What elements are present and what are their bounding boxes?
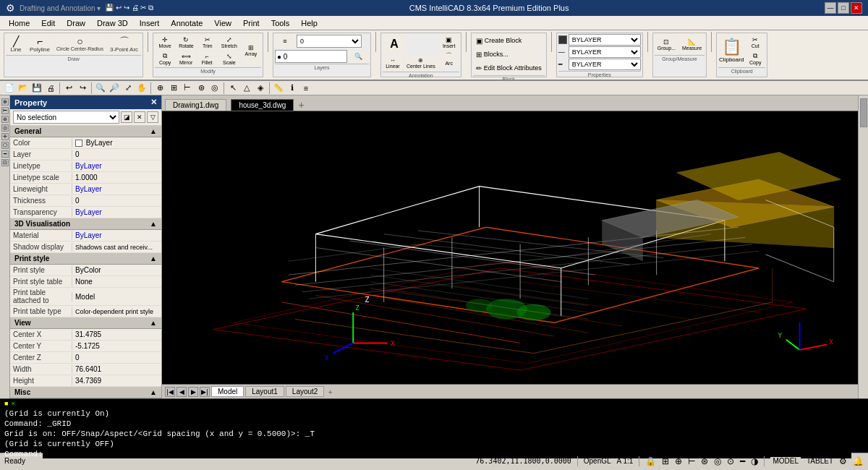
tab-drawing1[interactable]: Drawing1.dwg xyxy=(165,99,226,111)
polyline-button[interactable]: ⌐ Polyline xyxy=(27,34,53,54)
tb-polar[interactable]: ⊛ xyxy=(195,82,208,95)
measure-button[interactable]: 📐 Measure xyxy=(679,34,705,54)
layer-prop-value[interactable]: 0 xyxy=(72,150,161,159)
scale-label[interactable]: A 1:1 xyxy=(617,457,634,465)
tb-zoom-in[interactable]: 🔍 xyxy=(94,82,107,95)
tb-measure2[interactable]: 📏 xyxy=(272,82,285,95)
transparency-value[interactable]: ByLayer xyxy=(72,208,161,217)
cy-value[interactable]: -5.1725 xyxy=(72,341,161,351)
menu-draw[interactable]: Draw xyxy=(61,17,91,29)
color-selector[interactable]: BYLAYER xyxy=(569,34,641,46)
layer-selector[interactable]: 0 xyxy=(297,35,362,48)
tab-house3d[interactable]: house_3d.dwg xyxy=(231,99,294,111)
qp-button[interactable]: ⊡ xyxy=(1,159,9,166)
print-section-header[interactable]: Print style ▲ xyxy=(10,253,161,265)
opengl-label[interactable]: OpenGL xyxy=(584,457,611,465)
move-button[interactable]: ✛ Move xyxy=(155,34,175,50)
nav-first[interactable]: |◀ xyxy=(165,387,175,397)
tb-3d[interactable]: △ xyxy=(240,82,253,95)
general-section-header[interactable]: General ▲ xyxy=(10,126,161,137)
tab-model[interactable]: Model xyxy=(211,386,244,397)
misc-section-header[interactable]: Misc ▲ xyxy=(10,387,161,398)
dyn-button[interactable]: ⬡ xyxy=(1,142,9,149)
lw-button[interactable]: ━ xyxy=(1,150,9,158)
tb-open[interactable]: 📂 xyxy=(17,82,30,95)
paste-button[interactable]: 📋 Clipboard xyxy=(718,34,744,66)
linescale-value[interactable]: 1.0000 xyxy=(72,173,161,182)
array-button[interactable]: ⊞ Array xyxy=(241,34,261,66)
color-value[interactable]: ByLayer xyxy=(72,138,161,148)
insert-block-button[interactable]: ▣ Insert xyxy=(439,34,459,50)
menu-insert[interactable]: Insert xyxy=(134,17,166,29)
line-button[interactable]: ╱ Line xyxy=(6,34,26,54)
restore-button[interactable]: □ xyxy=(838,2,849,14)
tb-snap[interactable]: ⊕ xyxy=(153,82,166,95)
tb-osnap[interactable]: ◎ xyxy=(208,82,221,95)
close-button[interactable]: ✕ xyxy=(851,2,862,14)
tb-save[interactable]: 💾 xyxy=(30,82,43,95)
rotate-button[interactable]: ↻ Rotate xyxy=(176,34,197,50)
cut-button[interactable]: ✂ Cut xyxy=(745,34,765,50)
layer-manager-button[interactable]: ≡ xyxy=(275,34,295,48)
edit-block-button[interactable]: ✏ Edit Block Attributes xyxy=(473,61,545,74)
layer-input[interactable] xyxy=(275,50,347,63)
tab-layout1[interactable]: Layout1 xyxy=(245,386,284,397)
copy-clip-button[interactable]: ⧉ Copy xyxy=(745,51,765,67)
pstt-value[interactable]: Color-dependent print style xyxy=(72,307,161,316)
group-button[interactable]: ⊡ Group... xyxy=(655,34,678,54)
select-all-button[interactable]: ◪ xyxy=(121,111,132,123)
tb-grid[interactable]: ⊞ xyxy=(167,82,180,95)
menu-print[interactable]: Print xyxy=(237,17,265,29)
minimize-button[interactable]: — xyxy=(825,2,836,14)
new-tab-button[interactable]: + xyxy=(295,99,307,111)
tablet-label[interactable]: TABLET xyxy=(807,457,833,465)
create-block-button[interactable]: ▣ Create Block xyxy=(473,34,545,47)
lineweight-status-icon[interactable]: ━ xyxy=(740,456,745,466)
tb-render[interactable]: ◈ xyxy=(254,82,267,95)
tb-layers2[interactable]: ≡ xyxy=(299,82,312,95)
nav-last[interactable]: ▶| xyxy=(200,387,210,397)
tb-new[interactable]: 📄 xyxy=(3,82,16,95)
scroll-thumb-right[interactable] xyxy=(860,98,867,127)
tb-zoom-out[interactable]: 🔎 xyxy=(108,82,121,95)
tb-redo[interactable]: ↪ xyxy=(76,82,89,95)
tab-layout2[interactable]: Layout2 xyxy=(286,386,325,397)
copy-button[interactable]: ⧉ Copy xyxy=(155,51,175,67)
cx-value[interactable]: 31.4785 xyxy=(72,330,161,339)
grid-icon[interactable]: ⊞ xyxy=(662,456,669,466)
centerlines-button[interactable]: ⊕ Center Lines xyxy=(404,55,438,71)
otrack-button[interactable]: ◎ xyxy=(1,124,9,132)
menu-edit[interactable]: Edit xyxy=(35,17,61,29)
linetype-selector[interactable]: BYLAYER xyxy=(569,46,641,58)
ortho-icon[interactable]: ⊢ xyxy=(688,456,695,466)
ps-value[interactable]: ByColor xyxy=(72,265,161,275)
material-value[interactable]: ByLayer xyxy=(72,231,161,240)
lineweight-selector[interactable]: BYLAYER xyxy=(569,59,641,70)
tb-ortho[interactable]: ⊢ xyxy=(181,82,194,95)
polar-icon[interactable]: ⊛ xyxy=(701,456,708,466)
ducs-button[interactable]: ✛ xyxy=(1,133,9,140)
tb-undo[interactable]: ↩ xyxy=(62,82,75,95)
lineweight-value[interactable]: ByLayer xyxy=(72,184,161,194)
transparency-status-icon[interactable]: ◑ xyxy=(751,456,758,466)
shadow-value[interactable]: Shadows cast and receiv... xyxy=(72,243,161,252)
menu-tools[interactable]: Tools xyxy=(265,17,296,29)
osnap-icon[interactable]: ◎ xyxy=(714,456,721,466)
snap-icon[interactable]: ⊕ xyxy=(675,456,682,466)
menu-home[interactable]: Home xyxy=(3,17,35,29)
pst-value[interactable]: None xyxy=(72,277,161,286)
text-button[interactable]: A xyxy=(383,34,406,54)
nav-next[interactable]: ▶ xyxy=(188,387,198,397)
property-scroll[interactable]: General ▲ Color ByLayer Layer 0 Linetype xyxy=(10,126,161,398)
notify-icon[interactable]: 🔔 xyxy=(853,456,864,466)
selection-dropdown[interactable]: No selection xyxy=(13,111,119,124)
tb-print[interactable]: 🖨 xyxy=(44,82,57,95)
arc-dim-button[interactable]: ⌒ Arc xyxy=(439,51,459,67)
polar-button[interactable]: ⊛ xyxy=(1,116,9,123)
settings-icon[interactable]: ⚙ xyxy=(839,456,847,466)
tb-zoom-extent[interactable]: ⤢ xyxy=(122,82,135,95)
mirror-button[interactable]: ⟺ Mirror xyxy=(176,51,196,67)
viz3d-section-header[interactable]: 3D Visualisation ▲ xyxy=(10,218,161,230)
tb-pan[interactable]: ✋ xyxy=(135,82,148,95)
blocks-button[interactable]: ⊞ Blocks... xyxy=(473,48,545,61)
